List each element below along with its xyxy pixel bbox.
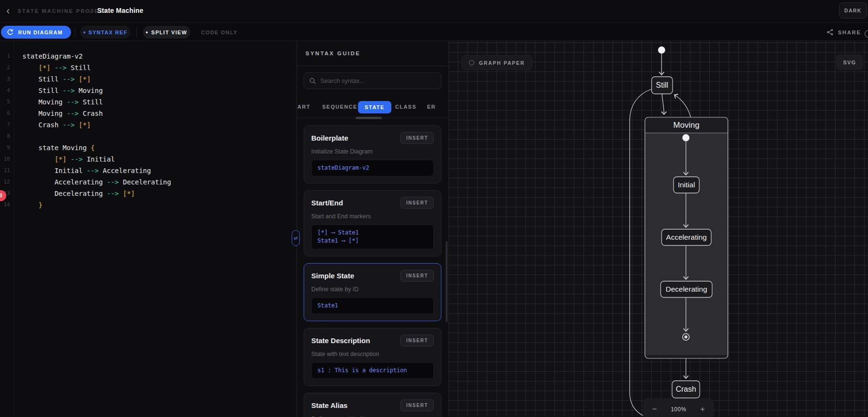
diagram-canvas[interactable]: MovingStillInitialAcceleratingDecelerati… [449, 41, 868, 417]
search-input[interactable] [320, 77, 436, 84]
card-code-snippet[interactable]: s1 : This is a description [311, 362, 434, 379]
bullet-icon [146, 31, 148, 33]
insert-button[interactable]: INSERT [400, 399, 434, 411]
zoom-in-button[interactable]: + [700, 405, 705, 413]
line-number-gutter: 1234567891011121314 [0, 41, 14, 417]
card-code-snippet[interactable]: stateDiagram-v2 [311, 160, 434, 176]
line-number: 9 [0, 142, 14, 153]
svg-text:Accelerating: Accelerating [666, 233, 706, 241]
code-line[interactable]: [*] --> Initial [22, 153, 296, 165]
code-line[interactable]: state Moving { [22, 142, 296, 153]
zoom-level: 100% [671, 406, 686, 413]
header-bar: ‹ STATE MACHINE PROJECT / State Machine … [0, 0, 868, 23]
card-code-snippet[interactable]: State1 [311, 297, 434, 314]
run-diagram-button[interactable]: RUN DIAGRAM [1, 26, 71, 39]
code-line[interactable]: Still --> [*] [22, 73, 296, 85]
syntax-search[interactable] [304, 72, 441, 89]
card-description: State with text description [311, 351, 434, 357]
history-icon[interactable] [865, 30, 868, 38]
tabs-scroll-thumb[interactable] [356, 117, 382, 119]
card-title: State Alias [311, 401, 347, 409]
line-number: 8 [0, 131, 14, 142]
insert-button[interactable]: INSERT [400, 335, 434, 346]
code-line[interactable]: Crash --> [*] [22, 119, 296, 131]
code-line[interactable]: stateDiagram-v2 [22, 51, 296, 62]
panel-resize-handle[interactable]: ⇄ [292, 230, 300, 246]
line-number: 5 [0, 96, 14, 108]
breadcrumb-project[interactable]: STATE MACHINE PROJECT [18, 8, 108, 14]
svg-export-button[interactable]: SVG [836, 54, 863, 70]
line-number: 7 [0, 119, 14, 131]
refresh-icon [7, 29, 14, 36]
page-title: State Machine [97, 7, 143, 14]
line-number: 4 [0, 85, 14, 96]
svg-text:Initial: Initial [678, 181, 695, 189]
code-line[interactable]: Moving --> Still [22, 96, 296, 108]
back-button[interactable]: ‹ [2, 5, 14, 18]
tab-er[interactable]: ER [427, 104, 436, 110]
card-title: Simple State [311, 272, 354, 280]
card-code-snippet[interactable]: [*] ⟶ State1 State1 ⟶ [*] [311, 224, 434, 249]
share-button[interactable]: SHARE [827, 26, 861, 39]
code-line[interactable]: } [22, 199, 296, 211]
code-lines[interactable]: stateDiagram-v2 [*] --> Still Still --> … [22, 41, 296, 211]
line-number: 1 [0, 51, 14, 62]
code-line[interactable]: Still --> Moving [22, 85, 296, 96]
tab-art[interactable]: ART [297, 104, 310, 110]
syntax-tabs: ARTSEQUENCESTATECLASSER [297, 97, 449, 118]
code-only-toggle[interactable]: CODE ONLY [201, 26, 237, 39]
app-window: ‹ STATE MACHINE PROJECT / State Machine … [0, 0, 868, 417]
insert-button[interactable]: INSERT [400, 270, 434, 282]
share-label: SHARE [838, 30, 861, 35]
svg-text:Moving: Moving [674, 121, 700, 130]
theme-toggle-button[interactable]: DARK [839, 2, 867, 19]
syntax-card[interactable]: Simple StateINSERTDefine state by IDStat… [304, 263, 441, 321]
syntax-card[interactable]: BoilerplateINSERTInitialize State Diagra… [304, 125, 441, 183]
tab-class[interactable]: CLASS [395, 104, 417, 110]
run-diagram-label: RUN DIAGRAM [18, 30, 63, 35]
panel-scrollbar[interactable] [446, 241, 448, 322]
toolbar-divider [75, 27, 75, 37]
line-number: 10 [0, 153, 14, 165]
toolbar: RUN DIAGRAM SYNTAX REF SPLIT VIEW CODE O… [0, 23, 868, 41]
syntax-cards-list: BoilerplateINSERTInitialize State Diagra… [297, 119, 449, 417]
card-title: State Description [311, 336, 370, 345]
search-icon [309, 78, 316, 84]
tab-sequence[interactable]: SEQUENCE [322, 104, 357, 110]
code-line[interactable]: [*] --> Still [22, 62, 296, 73]
code-line[interactable]: Initial --> Accelerating [22, 165, 296, 176]
insert-button[interactable]: INSERT [400, 132, 434, 144]
toolbar-divider [136, 27, 137, 37]
code-editor[interactable]: 1234567891011121314 stateDiagram-v2 [*] … [0, 41, 296, 417]
svg-text:Still: Still [656, 81, 668, 89]
code-line[interactable] [22, 131, 296, 142]
zoom-out-button[interactable]: − [652, 405, 657, 413]
syntax-guide-panel: SYNTAX GUIDE ARTSEQUENCESTATECLASSER Boi… [296, 41, 449, 417]
syntax-card[interactable]: State AliasINSERTDefine state with alias… [304, 393, 441, 417]
card-title: Start/End [311, 199, 343, 207]
insert-button[interactable]: INSERT [400, 197, 434, 209]
line-number: 6 [0, 108, 14, 119]
syntax-ref-toggle[interactable]: SYNTAX REF [80, 26, 131, 39]
code-line[interactable]: Decelerating --> [*] [22, 188, 296, 199]
syntax-card[interactable]: Start/EndINSERTStart and End markers[*] … [304, 190, 441, 256]
graph-paper-label: GRAPH PAPER [479, 60, 525, 66]
card-description: Start and End markers [311, 213, 434, 220]
share-icon [827, 29, 834, 36]
syntax-card[interactable]: State DescriptionINSERTState with text d… [304, 328, 441, 386]
split-view-toggle[interactable]: SPLIT VIEW [143, 26, 190, 39]
graph-paper-toggle[interactable]: GRAPH PAPER [461, 55, 532, 70]
card-description: Define state by ID [311, 286, 434, 293]
card-title: Boilerplate [311, 134, 348, 142]
code-line[interactable]: Moving --> Crash [22, 108, 296, 119]
svg-text:Crash: Crash [676, 385, 696, 393]
code-line[interactable]: Accelerating --> Decelerating [22, 176, 296, 188]
bullet-icon [83, 31, 85, 33]
radio-circle-icon [469, 60, 474, 65]
zoom-controls: − 100% + [643, 398, 714, 417]
line-number: 12 [0, 176, 14, 188]
line-number: 2 [0, 62, 14, 73]
syntax-ref-label: SYNTAX REF [89, 30, 128, 35]
tab-state[interactable]: STATE [358, 101, 391, 113]
syntax-guide-title: SYNTAX GUIDE [297, 41, 449, 66]
